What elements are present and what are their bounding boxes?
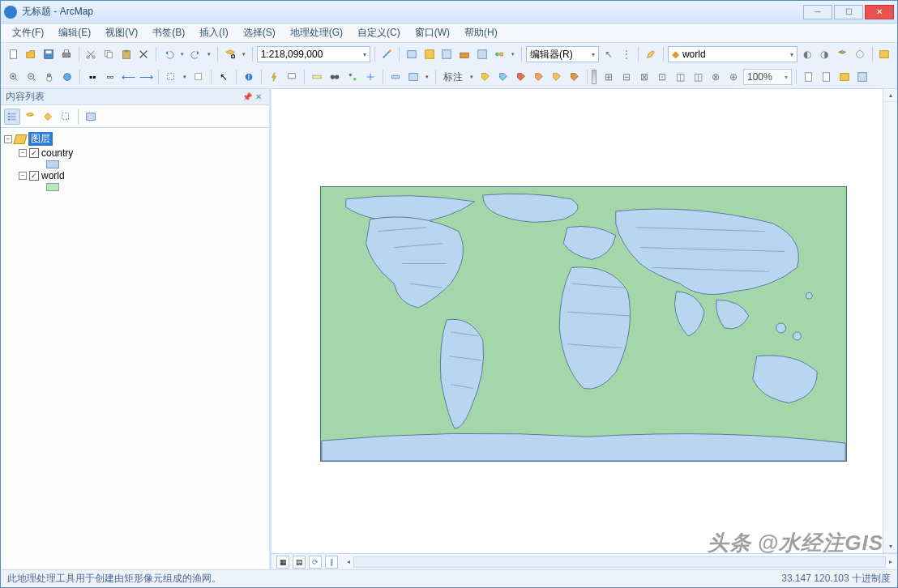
tree-symbol-world[interactable] [19,182,266,192]
layout-view-button[interactable]: ▤ [293,556,306,569]
target-layer-combo[interactable]: ◆ world ▾ [668,46,798,62]
open-button[interactable] [24,46,40,62]
add-data-dropdown[interactable]: ▾ [240,46,248,62]
menu-view[interactable]: 视图(V) [100,24,143,41]
paste-button[interactable] [118,46,135,62]
toolbox-button[interactable] [456,46,473,62]
hyperlink-button[interactable] [266,69,282,85]
data-view-button[interactable]: ▦ [276,556,289,569]
checkbox-checked[interactable]: ✓ [29,171,39,181]
scroll-up-button[interactable]: ▴ [883,89,897,102]
sketch-props-button[interactable]: ◑ [817,46,833,62]
toc-tab-source[interactable] [22,109,38,125]
model-dropdown[interactable]: ▾ [509,46,517,62]
next-extent-button[interactable]: ⟶ [138,69,154,85]
attributes-button[interactable]: ◐ [799,46,815,62]
collapse-icon[interactable]: − [19,149,27,157]
hscroll-left[interactable]: ◂ [347,558,350,565]
zoom-pct-combo[interactable]: 100% ▾ [743,69,792,85]
full-extent-button[interactable] [59,69,75,85]
select-features-button[interactable] [163,69,179,85]
toolbar-grip[interactable] [592,70,597,84]
model-builder-button[interactable] [492,46,508,62]
collapse-icon[interactable]: − [19,172,27,180]
tree-layer-world[interactable]: − ✓ world [19,169,266,182]
scale-combo[interactable]: 1:218,099,000 ▾ [257,46,370,62]
tree-layer-country[interactable]: − ✓ country [19,147,266,160]
georef-7[interactable]: ⊗ [708,69,724,85]
layout-2[interactable] [819,69,835,85]
tree-symbol-country[interactable] [19,160,266,169]
georef-4[interactable]: ⊡ [654,69,670,85]
html-popup-button[interactable] [284,69,300,85]
menu-insert[interactable]: 插入(I) [195,24,233,41]
fixed-zoom-out[interactable]: ▫▫ [102,69,118,85]
toc-tab-visibility[interactable] [40,109,56,125]
collapse-icon[interactable]: − [4,135,12,143]
prev-extent-button[interactable]: ⟵ [120,69,136,85]
menu-customize[interactable]: 自定义(C) [353,24,405,41]
create-features-button[interactable] [834,46,850,62]
georef-5[interactable]: ◫ [672,69,688,85]
label-1[interactable] [477,69,494,85]
label-5[interactable] [549,69,565,85]
clear-selection-button[interactable] [190,69,207,85]
georef-button[interactable] [852,46,868,62]
delete-button[interactable] [136,46,152,62]
identify-button[interactable]: i [241,69,257,85]
sketch-tool[interactable] [643,46,659,62]
zoom-out-button[interactable] [24,69,40,85]
georef-1[interactable]: ⊞ [601,69,617,85]
map-canvas[interactable] [272,89,883,553]
redo-dropdown[interactable]: ▾ [205,46,213,62]
find-route-button[interactable] [344,69,361,85]
menu-bookmarks[interactable]: 书签(B) [148,24,190,41]
pan-button[interactable] [41,69,58,85]
menu-help[interactable]: 帮助(H) [460,24,502,41]
arc-catalog-button[interactable] [877,46,893,62]
catalog-button[interactable] [421,46,438,62]
label-4[interactable] [531,69,547,85]
georef-8[interactable]: ⊕ [725,69,742,85]
georef-3[interactable]: ⊠ [636,69,652,85]
fixed-zoom-in[interactable]: ▪▪ [84,69,100,85]
georef-6[interactable]: ◫ [690,69,706,85]
print-button[interactable] [58,46,75,62]
python-button[interactable] [474,46,490,62]
search-window-button[interactable] [439,46,455,62]
create-viewer-button[interactable] [405,69,421,85]
layout-3[interactable] [836,69,853,85]
menu-window[interactable]: 窗口(W) [410,24,455,41]
refresh-button[interactable]: ⟳ [309,556,322,569]
horizontal-scrollbar[interactable] [353,556,886,568]
find-button[interactable] [327,69,343,85]
hscroll-right[interactable]: ▸ [889,558,892,565]
georef-2[interactable]: ⊟ [618,69,635,85]
undo-dropdown[interactable]: ▾ [178,46,186,62]
toc-tab-options[interactable] [83,109,99,125]
toc-tab-drawing-order[interactable] [4,109,20,125]
minimize-button[interactable]: ─ [803,5,832,19]
vertical-scrollbar[interactable]: ▴ ▾ [883,89,897,553]
cut-button[interactable] [83,46,100,62]
toc-tab-selection[interactable] [58,109,74,125]
menu-geoprocessing[interactable]: 地理处理(G) [285,24,348,41]
go-to-xy-button[interactable] [362,69,378,85]
zoom-in-button[interactable] [6,69,22,85]
time-slider-button[interactable] [387,69,404,85]
labeling-dropdown[interactable]: ▾ [468,69,476,85]
menu-selection[interactable]: 选择(S) [238,24,280,41]
new-button[interactable] [6,46,22,62]
scroll-down-button[interactable]: ▾ [883,540,897,553]
maximize-button[interactable]: ☐ [834,5,863,19]
toc-close-button[interactable]: ✕ [253,92,264,103]
label-6[interactable] [567,69,583,85]
toc-button[interactable] [404,46,420,62]
edit-tool[interactable]: ↖ [601,46,617,62]
menu-edit[interactable]: 编辑(E) [53,24,96,41]
undo-button[interactable] [160,46,177,62]
close-button[interactable]: ✕ [865,5,894,19]
label-3[interactable] [513,69,529,85]
viewer-dropdown[interactable]: ▾ [423,69,431,85]
layout-1[interactable] [801,69,817,85]
